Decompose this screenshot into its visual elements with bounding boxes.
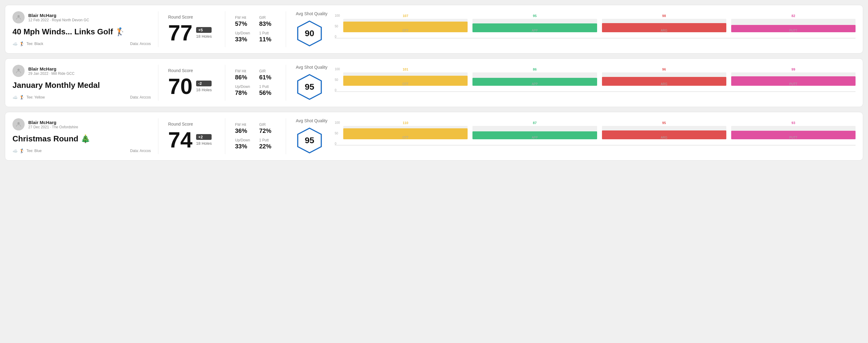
score-number: 77 (168, 22, 192, 44)
bar-group-ott: 101 OTT (343, 67, 468, 86)
bar-value-putt: 82 (792, 14, 795, 18)
up-down-label: Up/Down (235, 85, 252, 89)
quality-label: Avg Shot Quality (296, 11, 328, 16)
score-number: 74 (168, 129, 192, 151)
bar-chart: 100 50 0 110 OTT 87 APP 95 (335, 121, 856, 151)
svg-point-0 (17, 15, 20, 17)
fw-hit-label: FW Hit (235, 15, 252, 20)
avatar (12, 11, 25, 23)
score-row: 77 +5 18 Holes (168, 22, 215, 44)
up-down-value: 78% (235, 89, 252, 96)
score-holes: 18 Holes (196, 88, 212, 92)
gir-value: 83% (259, 20, 276, 27)
data-source: Data: Arccos (130, 95, 151, 99)
bar-label-arg: ARG (661, 29, 667, 32)
one-putt-label: 1 Putt (259, 85, 276, 89)
bag-icon: 🏌️ (20, 95, 25, 100)
quality-left: Avg Shot Quality 95 (296, 118, 328, 154)
round-title: January Monthly Medal (12, 81, 151, 90)
user-header: Blair McHarg 27 Dec 2021 · The Oxfordshi… (12, 118, 151, 130)
bar-value-putt: 93 (792, 121, 795, 125)
score-badge: +2 (196, 134, 212, 140)
stats-grid: FW Hit 86% GIR 61% Up/Down 78% 1 Putt 56… (235, 69, 276, 96)
up-down-value: 33% (235, 36, 252, 43)
hexagon: 90 (296, 20, 323, 47)
bar-label-ott: OTT (403, 136, 409, 139)
bar-value-arg: 98 (662, 14, 666, 18)
hexagon-score: 95 (305, 82, 314, 92)
bar-label-putt: PUTT (789, 136, 797, 139)
bar-label-putt: PUTT (789, 29, 797, 32)
hexagon: 95 (296, 73, 323, 101)
bar-group-putt: 93 PUTT (731, 121, 856, 139)
one-putt-stat: 1 Putt 11% (259, 31, 276, 43)
bar-label-putt: PUTT (789, 83, 797, 86)
tee-label: Tee: Blue (26, 149, 42, 153)
bar-value-ott: 110 (403, 121, 408, 125)
user-sub: 12 Feb 2022 · Royal North Devon GC (28, 18, 89, 22)
fw-hit-stat: FW Hit 86% (235, 69, 252, 81)
score-number: 70 (168, 75, 192, 97)
bar-group-putt: 99 PUTT (731, 67, 856, 86)
quality-label: Avg Shot Quality (296, 65, 328, 70)
hexagon-score: 95 (305, 136, 314, 145)
bar-group-putt: 82 PUTT (731, 14, 856, 32)
bar-group-arg: 98 ARG (602, 14, 726, 32)
quality-section: Avg Shot Quality 95 100 50 0 101 (286, 65, 856, 101)
user-name: Blair McHarg (28, 120, 78, 125)
up-down-stat: Up/Down 33% (235, 138, 252, 150)
tee-info: ☁️ 🏌️ Tee: Black (12, 41, 43, 46)
user-name: Blair McHarg (28, 66, 74, 71)
bar-group-arg: 96 ARG (602, 67, 726, 86)
gir-value: 72% (259, 127, 276, 134)
bar-label-ott: OTT (403, 83, 409, 86)
data-source: Data: Arccos (130, 42, 151, 46)
bar-label-arg: ARG (661, 136, 667, 139)
tee-info: ☁️ 🏌️ Tee: Blue (12, 148, 42, 153)
score-detail: -2 18 Holes (196, 81, 212, 92)
bar-value-arg: 96 (662, 67, 666, 71)
round-footer: ☁️ 🏌️ Tee: Black Data: Arccos (12, 41, 151, 46)
bar-label-app: APP (532, 29, 538, 32)
up-down-stat: Up/Down 33% (235, 31, 252, 43)
bar-group-arg: 95 ARG (602, 121, 726, 139)
bar-chart: 100 50 0 107 OTT 95 APP 98 (335, 14, 856, 44)
gir-label: GIR (259, 123, 276, 127)
bar-group-ott: 107 OTT (343, 14, 468, 32)
up-down-label: Up/Down (235, 138, 252, 142)
bar-group-app: 86 APP (472, 67, 597, 86)
weather-icon: ☁️ (12, 95, 18, 100)
data-source: Data: Arccos (130, 149, 151, 153)
round-title: Christmas Round 🎄 (12, 134, 151, 144)
bar-group-app: 95 APP (472, 14, 597, 32)
round-footer: ☁️ 🏌️ Tee: Blue Data: Arccos (12, 148, 151, 153)
score-section: Round Score 77 +5 18 Holes (158, 11, 225, 47)
stats-section: FW Hit 86% GIR 61% Up/Down 78% 1 Putt 56… (225, 65, 286, 101)
avatar (12, 118, 25, 130)
quality-left: Avg Shot Quality 90 (296, 11, 328, 47)
fw-hit-value: 36% (235, 127, 252, 134)
bar-value-ott: 101 (403, 67, 408, 71)
bar-value-ott: 107 (403, 14, 408, 18)
score-holes: 18 Holes (196, 141, 212, 146)
weather-icon: ☁️ (12, 148, 18, 153)
one-putt-value: 56% (259, 89, 276, 96)
one-putt-value: 22% (259, 143, 276, 150)
round-card: Blair McHarg 29 Jan 2022 · Mill Ride GCC… (5, 58, 863, 107)
one-putt-stat: 1 Putt 22% (259, 138, 276, 150)
bar-value-app: 86 (533, 67, 537, 71)
round-left-section: Blair McHarg 29 Jan 2022 · Mill Ride GCC… (12, 65, 158, 101)
stats-grid: FW Hit 36% GIR 72% Up/Down 33% 1 Putt 22… (235, 123, 276, 150)
user-info: Blair McHarg 12 Feb 2022 · Royal North D… (28, 13, 89, 22)
user-header: Blair McHarg 29 Jan 2022 · Mill Ride GCC (12, 65, 151, 77)
one-putt-label: 1 Putt (259, 31, 276, 35)
bag-icon: 🏌️ (20, 148, 25, 153)
fw-hit-stat: FW Hit 57% (235, 15, 252, 27)
quality-left: Avg Shot Quality 95 (296, 65, 328, 101)
stats-section: FW Hit 57% GIR 83% Up/Down 33% 1 Putt 11… (225, 11, 286, 47)
score-holes: 18 Holes (196, 34, 212, 39)
bar-label-ott: OTT (403, 29, 409, 32)
y-axis-labels: 100 50 0 (335, 67, 340, 92)
up-down-label: Up/Down (235, 31, 252, 35)
bar-value-arg: 95 (662, 121, 666, 125)
